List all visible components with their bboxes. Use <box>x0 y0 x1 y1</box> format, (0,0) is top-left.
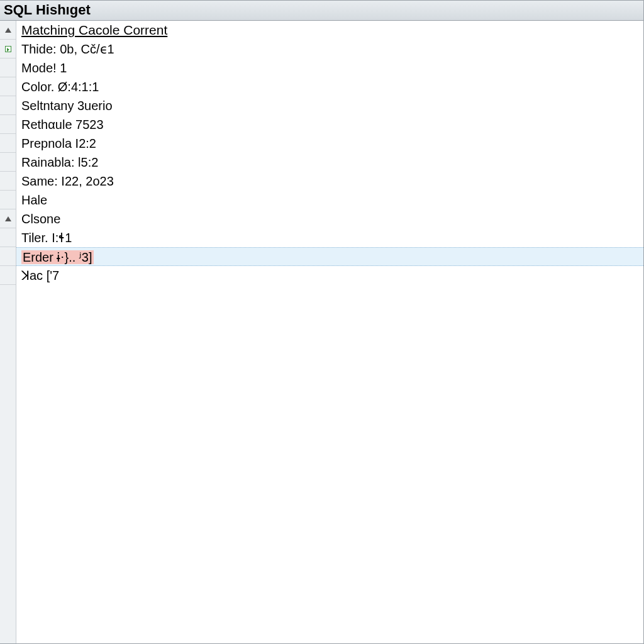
gutter-cell <box>0 115 16 134</box>
gutter-cell <box>0 191 16 209</box>
history-row[interactable]: Hale <box>16 191 643 209</box>
history-row[interactable]: ꓘac ['7 <box>16 266 643 285</box>
gutter-cell <box>0 247 16 266</box>
history-row[interactable]: Color. Ø:4:1:1 <box>16 77 643 96</box>
execute-icon[interactable] <box>0 40 16 58</box>
gutter-cell <box>0 228 16 247</box>
gutter-cell <box>0 96 16 115</box>
history-row[interactable]: Clsone <box>16 209 643 228</box>
history-row[interactable]: Erder ɨ⋅}.. ʲ3] <box>16 247 643 266</box>
panel-body: Matching Cacole CorrentThide: 0b, Cč/ϵ1M… <box>0 21 643 643</box>
history-list[interactable]: Matching Cacole CorrentThide: 0b, Cč/ϵ1M… <box>16 21 643 643</box>
gutter-cell <box>0 77 16 96</box>
gutter-cell <box>0 172 16 191</box>
panel-title: SQL Hishıget <box>0 1 643 21</box>
gutter-cell <box>0 134 16 153</box>
history-row[interactable]: Rainabla: l5:2 <box>16 153 643 172</box>
error-highlight: Erder ɨ⋅}.. ʲ3] <box>21 250 94 264</box>
sort-asc-icon[interactable] <box>0 209 16 228</box>
history-row[interactable]: Seltntany 3uerio <box>16 96 643 115</box>
gutter-cell <box>0 153 16 172</box>
sql-history-panel: SQL Hishıget Matching Cacole CorrentThid… <box>0 0 644 644</box>
history-row[interactable]: Rethαule 7523 <box>16 115 643 134</box>
history-row[interactable]: Prepnola I2:2 <box>16 134 643 153</box>
history-row[interactable]: Mode! 1 <box>16 58 643 77</box>
history-row[interactable]: Same: I22, 2o23 <box>16 172 643 191</box>
column-header[interactable]: Matching Cacole Corrent <box>16 21 643 40</box>
sort-asc-icon[interactable] <box>0 21 16 40</box>
gutter-cell <box>0 266 16 285</box>
gutter-cell <box>0 58 16 77</box>
history-row[interactable]: Thide: 0b, Cč/ϵ1 <box>16 40 643 58</box>
history-row[interactable]: Tiler. I:ɬ1 <box>16 228 643 247</box>
row-gutter <box>0 21 16 643</box>
